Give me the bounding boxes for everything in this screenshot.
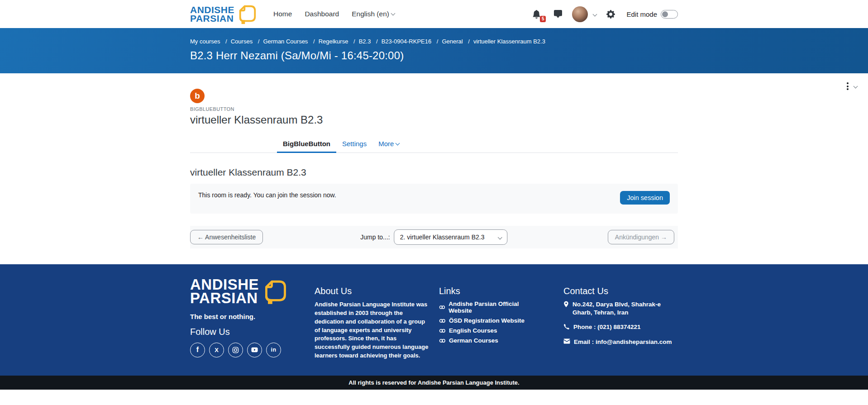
- top-navbar: ANDISHE PARSIAN Home Dashboard English (…: [0, 0, 868, 28]
- youtube-icon[interactable]: [247, 343, 262, 357]
- link-chain-icon: [439, 338, 446, 343]
- next-activity-button[interactable]: Ankündigungen →: [608, 230, 674, 244]
- footer-link-german-courses[interactable]: German Courses: [439, 337, 539, 344]
- contact-us-heading: Contact Us: [563, 286, 674, 296]
- primary-nav: Home Dashboard English (en): [273, 10, 395, 18]
- breadcrumb-item[interactable]: B23-0904-RKPE16: [372, 38, 431, 45]
- tab-more[interactable]: More: [372, 136, 405, 152]
- tab-bigbluebutton[interactable]: BigBlueButton: [277, 136, 336, 152]
- settings-button[interactable]: [603, 6, 618, 22]
- bigbluebutton-module-icon: b: [190, 89, 205, 103]
- book-logo-icon: [237, 4, 258, 24]
- contact-phone[interactable]: Phone : (021) 88374221: [563, 323, 674, 331]
- link-chain-icon: [439, 305, 445, 310]
- avatar: [572, 6, 588, 22]
- breadcrumb: My courses Courses German Courses Regelk…: [190, 38, 678, 45]
- footer-link-official-website[interactable]: Andishe Parsian Official Website: [439, 300, 539, 314]
- kebab-menu-icon: [845, 81, 850, 92]
- contact-address: No.242, Darya Blvd, Shahrak-e Gharb, Teh…: [563, 300, 674, 317]
- x-twitter-icon[interactable]: X: [209, 343, 224, 357]
- follow-us-heading: Follow Us: [190, 327, 315, 337]
- link-chain-icon: [439, 328, 446, 334]
- main-content: b BIGBLUEBUTTON virtueller Klassenraum B…: [0, 73, 868, 264]
- book-logo-icon: [262, 278, 289, 305]
- chevron-down-icon: [854, 84, 858, 89]
- copyright-bar: All rights is reserved for Andishe Parsi…: [0, 376, 868, 390]
- copyright-text: All rights is reserved for Andishe Parsi…: [348, 379, 519, 386]
- linkedin-icon[interactable]: in: [266, 343, 281, 357]
- prev-activity-button[interactable]: ← Anwesenheitsliste: [190, 230, 263, 244]
- chevron-down-icon: [396, 141, 400, 146]
- site-logo-text: ANDISHE PARSIAN: [190, 5, 234, 23]
- breadcrumb-item[interactable]: General: [433, 38, 463, 45]
- footer-tagline: The best or nothing.: [190, 313, 315, 320]
- about-us-text: Andishe Parsian Language Institute was e…: [315, 300, 430, 360]
- instagram-icon[interactable]: [228, 343, 243, 357]
- room-status-panel: This room is ready. You can join the ses…: [190, 184, 678, 214]
- tab-settings[interactable]: Settings: [336, 136, 372, 152]
- room-section-heading: virtueller Klassenraum B2.3: [190, 167, 678, 178]
- about-us-heading: About Us: [315, 286, 430, 296]
- breadcrumb-item[interactable]: My courses: [190, 38, 220, 45]
- course-title: B2.3 Herr Nezami (Sa/Mo/Mi - 16:45-20:00…: [190, 49, 678, 62]
- footer-logo: ANDISHE PARSIAN: [190, 278, 315, 305]
- chevron-down-icon: [593, 12, 597, 16]
- course-header-band: My courses Courses German Courses Regelk…: [0, 28, 868, 73]
- footer-link-english-courses[interactable]: English Courses: [439, 327, 539, 334]
- join-session-button[interactable]: Join session: [620, 191, 670, 205]
- site-footer: ANDISHE PARSIAN The best or nothing. Fol…: [0, 264, 868, 376]
- nav-language-menu[interactable]: English (en): [352, 10, 395, 18]
- module-type-label: BIGBLUEBUTTON: [190, 106, 678, 112]
- jump-to-label: Jump to...:: [360, 233, 390, 241]
- link-chain-icon: [439, 318, 446, 324]
- breadcrumb-item[interactable]: virtueller Klassenraum B2.3: [464, 38, 545, 45]
- activity-tabs: BigBlueButton Settings More: [190, 136, 678, 153]
- jump-to-select[interactable]: 2. virtueller Klassenraum B2.3: [394, 229, 508, 245]
- jump-to-selected-value: 2. virtueller Klassenraum B2.3: [400, 233, 485, 241]
- site-logo[interactable]: ANDISHE PARSIAN: [190, 4, 258, 24]
- phone-icon: [563, 324, 570, 330]
- room-status-text: This room is ready. You can join the ses…: [198, 191, 336, 199]
- facebook-icon[interactable]: f: [190, 343, 205, 357]
- gear-icon: [606, 10, 615, 19]
- nav-home[interactable]: Home: [273, 10, 292, 18]
- links-heading: Links: [439, 286, 539, 296]
- edit-mode-toggle[interactable]: [661, 10, 678, 19]
- breadcrumb-item[interactable]: Regelkurse: [310, 38, 348, 45]
- notifications-button[interactable]: 5: [529, 6, 544, 22]
- location-pin-icon: [563, 301, 569, 308]
- edit-mode-label: Edit mode: [626, 10, 657, 18]
- breadcrumb-item[interactable]: B2.3: [350, 38, 371, 45]
- footer-logo-text: ANDISHE PARSIAN: [190, 278, 259, 305]
- page-actions-menu[interactable]: [845, 81, 857, 92]
- social-links: f X in: [190, 343, 315, 357]
- notification-count-badge: 5: [540, 16, 546, 22]
- nav-dashboard[interactable]: Dashboard: [305, 10, 339, 18]
- activity-navigation: ← Anwesenheitsliste Jump to...: 2. virtu…: [190, 226, 678, 248]
- chat-icon: [554, 10, 562, 18]
- breadcrumb-item[interactable]: Courses: [222, 38, 253, 45]
- activity-title: virtueller Klassenraum B2.3: [190, 114, 678, 126]
- footer-link-osd-registration[interactable]: ÖSD Registration Website: [439, 317, 539, 324]
- envelope-icon: [563, 338, 570, 344]
- chevron-down-icon: [391, 11, 395, 16]
- breadcrumb-item[interactable]: German Courses: [254, 38, 308, 45]
- chevron-down-icon: [498, 235, 502, 239]
- user-menu[interactable]: [572, 6, 596, 22]
- toggle-knob: [662, 11, 668, 17]
- contact-email[interactable]: Email : info@andisheparsian.com: [563, 338, 674, 346]
- messages-button[interactable]: [550, 6, 566, 22]
